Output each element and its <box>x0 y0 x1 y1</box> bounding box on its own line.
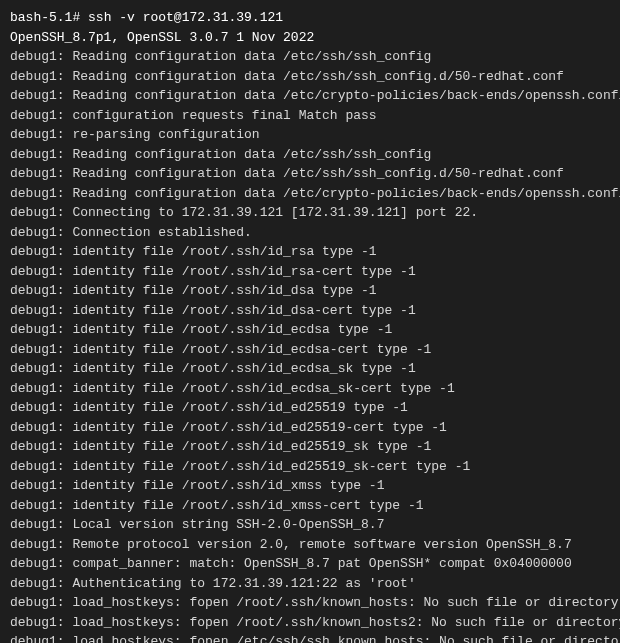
debug-line: debug1: identity file /root/.ssh/id_dsa … <box>10 281 610 301</box>
debug-message: identity file /root/.ssh/id_xmss type -1 <box>72 478 384 493</box>
debug-prefix: debug1: <box>10 166 65 181</box>
debug-prefix: debug1: <box>10 498 65 513</box>
debug-prefix: debug1: <box>10 439 65 454</box>
debug-prefix: debug1: <box>10 478 65 493</box>
debug-prefix: debug1: <box>10 517 65 532</box>
debug-prefix: debug1: <box>10 420 65 435</box>
debug-message: identity file /root/.ssh/id_ed25519 type… <box>72 400 407 415</box>
debug-message: Reading configuration data /etc/ssh/ssh_… <box>72 49 431 64</box>
debug-line: debug1: Reading configuration data /etc/… <box>10 164 610 184</box>
debug-line: debug1: identity file /root/.ssh/id_ed25… <box>10 398 610 418</box>
debug-message: identity file /root/.ssh/id_rsa-cert typ… <box>72 264 415 279</box>
debug-line: debug1: re-parsing configuration <box>10 125 610 145</box>
debug-message: identity file /root/.ssh/id_ecdsa type -… <box>72 322 392 337</box>
debug-line: debug1: Reading configuration data /etc/… <box>10 145 610 165</box>
debug-prefix: debug1: <box>10 186 65 201</box>
debug-prefix: debug1: <box>10 244 65 259</box>
debug-line: debug1: identity file /root/.ssh/id_rsa … <box>10 242 610 262</box>
debug-prefix: debug1: <box>10 400 65 415</box>
debug-line: debug1: identity file /root/.ssh/id_ed25… <box>10 437 610 457</box>
debug-prefix: debug1: <box>10 147 65 162</box>
debug-message: load_hostkeys: fopen /root/.ssh/known_ho… <box>72 615 620 630</box>
debug-line: debug1: Remote protocol version 2.0, rem… <box>10 535 610 555</box>
debug-prefix: debug1: <box>10 69 65 84</box>
debug-line: debug1: load_hostkeys: fopen /etc/ssh/ss… <box>10 632 610 643</box>
debug-prefix: debug1: <box>10 576 65 591</box>
debug-message: identity file /root/.ssh/id_ecdsa_sk typ… <box>72 361 415 376</box>
debug-line: debug1: Reading configuration data /etc/… <box>10 86 610 106</box>
debug-prefix: debug1: <box>10 205 65 220</box>
debug-prefix: debug1: <box>10 322 65 337</box>
debug-output: debug1: Reading configuration data /etc/… <box>10 47 610 643</box>
debug-message: identity file /root/.ssh/id_ed25519-cert… <box>72 420 446 435</box>
debug-prefix: debug1: <box>10 88 65 103</box>
debug-line: debug1: Connection established. <box>10 223 610 243</box>
debug-prefix: debug1: <box>10 127 65 142</box>
debug-message: configuration requests final Match pass <box>72 108 376 123</box>
debug-prefix: debug1: <box>10 283 65 298</box>
debug-prefix: debug1: <box>10 49 65 64</box>
debug-message: Authenticating to 172.31.39.121:22 as 'r… <box>72 576 415 591</box>
debug-line: debug1: identity file /root/.ssh/id_xmss… <box>10 476 610 496</box>
terminal-output: bash-5.1# ssh -v root@172.31.39.121 Open… <box>10 8 610 643</box>
debug-message: load_hostkeys: fopen /root/.ssh/known_ho… <box>72 595 618 610</box>
debug-line: debug1: configuration requests final Mat… <box>10 106 610 126</box>
debug-prefix: debug1: <box>10 264 65 279</box>
debug-line: debug1: identity file /root/.ssh/id_ecds… <box>10 379 610 399</box>
debug-line: debug1: identity file /root/.ssh/id_ecds… <box>10 340 610 360</box>
debug-message: identity file /root/.ssh/id_xmss-cert ty… <box>72 498 423 513</box>
debug-line: debug1: identity file /root/.ssh/id_ecds… <box>10 359 610 379</box>
debug-line: debug1: identity file /root/.ssh/id_xmss… <box>10 496 610 516</box>
debug-line: debug1: identity file /root/.ssh/id_dsa-… <box>10 301 610 321</box>
debug-line: debug1: identity file /root/.ssh/id_ed25… <box>10 418 610 438</box>
debug-line: debug1: Reading configuration data /etc/… <box>10 184 610 204</box>
debug-message: Remote protocol version 2.0, remote soft… <box>72 537 571 552</box>
debug-message: identity file /root/.ssh/id_ecdsa_sk-cer… <box>72 381 454 396</box>
debug-message: Connection established. <box>72 225 251 240</box>
debug-line: debug1: Reading configuration data /etc/… <box>10 67 610 87</box>
debug-message: compat_banner: match: OpenSSH_8.7 pat Op… <box>72 556 571 571</box>
debug-message: Reading configuration data /etc/crypto-p… <box>72 88 620 103</box>
debug-prefix: debug1: <box>10 381 65 396</box>
debug-line: debug1: identity file /root/.ssh/id_ed25… <box>10 457 610 477</box>
debug-line: debug1: Authenticating to 172.31.39.121:… <box>10 574 610 594</box>
debug-message: Reading configuration data /etc/ssh/ssh_… <box>72 166 563 181</box>
debug-message: Reading configuration data /etc/ssh/ssh_… <box>72 69 563 84</box>
debug-prefix: debug1: <box>10 615 65 630</box>
debug-prefix: debug1: <box>10 108 65 123</box>
debug-message: Reading configuration data /etc/crypto-p… <box>72 186 620 201</box>
debug-line: debug1: identity file /root/.ssh/id_rsa-… <box>10 262 610 282</box>
debug-prefix: debug1: <box>10 634 65 643</box>
debug-message: identity file /root/.ssh/id_ecdsa-cert t… <box>72 342 431 357</box>
debug-prefix: debug1: <box>10 342 65 357</box>
openssh-version: OpenSSH_8.7p1, OpenSSL 3.0.7 1 Nov 2022 <box>10 28 610 48</box>
debug-prefix: debug1: <box>10 459 65 474</box>
debug-message: identity file /root/.ssh/id_dsa type -1 <box>72 283 376 298</box>
debug-line: debug1: Connecting to 172.31.39.121 [172… <box>10 203 610 223</box>
debug-prefix: debug1: <box>10 225 65 240</box>
debug-prefix: debug1: <box>10 595 65 610</box>
debug-message: re-parsing configuration <box>72 127 259 142</box>
debug-line: debug1: compat_banner: match: OpenSSH_8.… <box>10 554 610 574</box>
debug-message: identity file /root/.ssh/id_ed25519_sk t… <box>72 439 431 454</box>
debug-line: debug1: load_hostkeys: fopen /root/.ssh/… <box>10 593 610 613</box>
prompt-line: bash-5.1# ssh -v root@172.31.39.121 <box>10 8 610 28</box>
debug-line: debug1: identity file /root/.ssh/id_ecds… <box>10 320 610 340</box>
debug-message: identity file /root/.ssh/id_dsa-cert typ… <box>72 303 415 318</box>
debug-prefix: debug1: <box>10 556 65 571</box>
debug-message: identity file /root/.ssh/id_ed25519_sk-c… <box>72 459 470 474</box>
debug-message: Connecting to 172.31.39.121 [172.31.39.1… <box>72 205 478 220</box>
ssh-command: ssh -v root@172.31.39.121 <box>88 10 283 25</box>
debug-prefix: debug1: <box>10 361 65 376</box>
debug-message: Local version string SSH-2.0-OpenSSH_8.7 <box>72 517 384 532</box>
shell-prompt: bash-5.1# <box>10 10 80 25</box>
debug-line: debug1: Local version string SSH-2.0-Ope… <box>10 515 610 535</box>
debug-prefix: debug1: <box>10 537 65 552</box>
debug-line: debug1: Reading configuration data /etc/… <box>10 47 610 67</box>
debug-message: identity file /root/.ssh/id_rsa type -1 <box>72 244 376 259</box>
debug-message: load_hostkeys: fopen /etc/ssh/ssh_known_… <box>72 634 620 643</box>
debug-prefix: debug1: <box>10 303 65 318</box>
debug-message: Reading configuration data /etc/ssh/ssh_… <box>72 147 431 162</box>
debug-line: debug1: load_hostkeys: fopen /root/.ssh/… <box>10 613 610 633</box>
